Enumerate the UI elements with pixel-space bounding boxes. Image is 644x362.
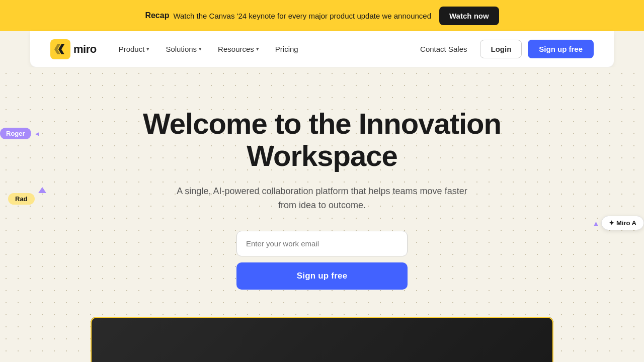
nav-pricing[interactable]: Pricing — [268, 41, 305, 57]
nav-links: Product ▾ Solutions ▾ Resources ▾ Pricin… — [112, 41, 413, 57]
announcement-banner: Recap Watch the Canvas '24 keynote for e… — [0, 0, 644, 31]
logo-text: miro — [73, 43, 97, 56]
nav-right-actions: Contact Sales Login Sign up free — [413, 40, 594, 58]
recap-label: Recap — [145, 11, 169, 20]
product-chevron-icon: ▾ — [146, 46, 149, 52]
login-button[interactable]: Login — [480, 40, 522, 58]
nav-product[interactable]: Product ▾ — [112, 41, 157, 57]
hero-subtitle: A single, AI-powered collaboration platf… — [171, 184, 473, 213]
rad-cursor: Rad — [8, 193, 35, 205]
preview-inner — [91, 317, 553, 362]
roger-cursor: Roger ◂ — [0, 128, 39, 139]
rad-cursor-bubble: Rad — [8, 193, 35, 205]
contact-sales-link[interactable]: Contact Sales — [413, 41, 474, 57]
roger-cursor-bubble: Roger — [0, 128, 31, 139]
rad-cursor-triangle-icon — [38, 187, 46, 193]
hero-signup-form: Sign up free — [236, 231, 408, 290]
main-navbar: miro Product ▾ Solutions ▾ Resources ▾ P… — [30, 31, 614, 67]
solutions-chevron-icon: ▾ — [199, 46, 202, 52]
product-preview — [91, 317, 553, 362]
roger-cursor-arrow-icon: ◂ — [35, 129, 39, 138]
miro-cursor-arrow-icon: ▴ — [594, 218, 598, 229]
nav-resources[interactable]: Resources ▾ — [211, 41, 266, 57]
hero-signup-button[interactable]: Sign up free — [236, 262, 408, 290]
hero-section: Roger ◂ Rad ▴ ✦ Miro A Welcome to the In… — [0, 67, 644, 362]
logo-link[interactable]: miro — [50, 39, 97, 59]
banner-message: Watch the Canvas '24 keynote for every m… — [173, 12, 431, 20]
miro-logo-icon — [50, 39, 70, 59]
email-input[interactable] — [236, 231, 408, 256]
hero-title: Welcome to the Innovation Workspace — [96, 108, 548, 172]
resources-chevron-icon: ▾ — [256, 46, 259, 52]
watch-now-button[interactable]: Watch now — [439, 7, 499, 25]
miro-cursor: ▴ ✦ Miro A — [594, 216, 644, 230]
navbar-signup-button[interactable]: Sign up free — [528, 40, 594, 58]
miro-cursor-bubble: ✦ Miro A — [601, 216, 644, 230]
nav-solutions[interactable]: Solutions ▾ — [158, 41, 209, 57]
